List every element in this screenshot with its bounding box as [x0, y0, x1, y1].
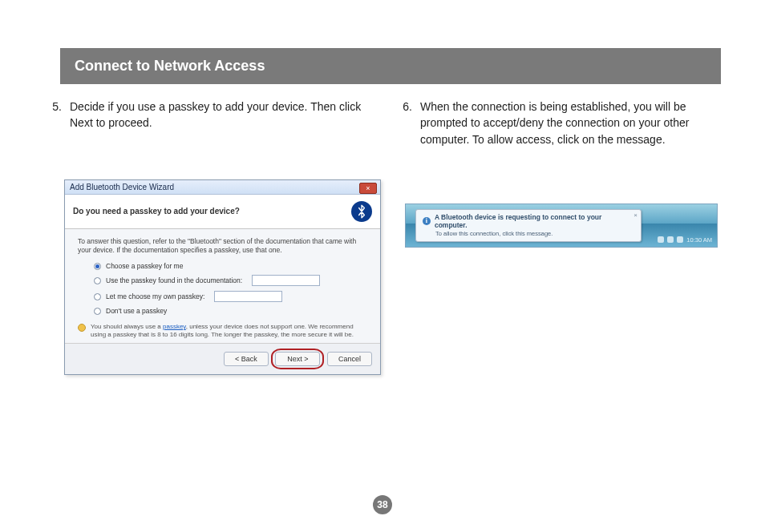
close-icon[interactable]: ×: [633, 212, 638, 219]
step-text: When the connection is being established…: [420, 99, 721, 147]
info-icon: [78, 324, 86, 332]
section-header: Connect to Network Access: [60, 48, 721, 84]
radio-icon: [94, 293, 101, 300]
option-choose-own[interactable]: Let me choose my own passkey:: [94, 291, 367, 302]
taskbar-notification: i A Bluetooth device is requesting to co…: [405, 204, 718, 248]
balloon-title-row: i A Bluetooth device is requesting to co…: [423, 213, 634, 229]
step-number: 6.: [395, 99, 412, 147]
toast-figure: i A Bluetooth device is requesting to co…: [405, 179, 721, 248]
clock-text: 10:30 AM: [686, 236, 712, 244]
window-title: Add Bluetooth Device Wizard: [70, 183, 174, 191]
wizard-note: You should always use a passkey, unless …: [78, 323, 367, 338]
balloon-title: A Bluetooth device is requesting to conn…: [435, 213, 634, 229]
page-number: 38: [377, 499, 387, 510]
option-label: Choose a passkey for me: [106, 262, 183, 270]
passkey-link[interactable]: passkey: [163, 323, 186, 330]
option-no-passkey[interactable]: Don't use a passkey: [94, 307, 367, 315]
wizard-info-text: To answer this question, refer to the "B…: [78, 237, 367, 254]
tray-icon[interactable]: [658, 236, 664, 243]
wizard-header: Do you need a passkey to add your device…: [65, 195, 380, 229]
figure-row: Add Bluetooth Device Wizard × Do you nee…: [44, 179, 721, 375]
option-use-documentation[interactable]: Use the passkey found in the documentati…: [94, 275, 367, 286]
next-button[interactable]: Next >: [275, 352, 320, 366]
cancel-button[interactable]: Cancel: [327, 352, 372, 366]
column-left: 5. Decide if you use a passkey to add yo…: [44, 99, 370, 147]
next-button-label: Next >: [287, 355, 308, 363]
radio-icon: [94, 263, 101, 270]
passkey-doc-field[interactable]: [252, 275, 320, 286]
page-number-badge: 38: [373, 495, 392, 514]
radio-icon: [94, 308, 101, 315]
close-icon[interactable]: ×: [359, 183, 377, 194]
option-label: Let me choose my own passkey:: [106, 292, 204, 300]
bluetooth-wizard-dialog: Add Bluetooth Device Wizard × Do you nee…: [64, 179, 381, 375]
system-tray: 10:30 AM: [658, 236, 712, 244]
option-label: Use the passkey found in the documentati…: [106, 276, 242, 284]
wizard-heading: Do you need a passkey to add your device…: [73, 207, 345, 216]
option-label: Don't use a passkey: [106, 307, 167, 315]
tray-icon[interactable]: [667, 236, 674, 243]
back-button[interactable]: < Back: [224, 352, 269, 366]
column-right: 6. When the connection is being establis…: [395, 99, 721, 147]
instruction-columns: 5. Decide if you use a passkey to add yo…: [44, 99, 721, 147]
passkey-own-field[interactable]: [214, 291, 282, 302]
window-titlebar: Add Bluetooth Device Wizard ×: [65, 180, 380, 195]
tray-icon[interactable]: [677, 236, 683, 243]
info-icon: i: [423, 217, 431, 225]
balloon-tooltip[interactable]: i A Bluetooth device is requesting to co…: [415, 209, 642, 242]
note-text: You should always use a passkey, unless …: [91, 323, 367, 338]
balloon-subtext: To allow this connection, click this mes…: [435, 230, 634, 237]
bluetooth-icon: [351, 201, 372, 222]
step-6: 6. When the connection is being establis…: [395, 99, 721, 147]
option-choose-for-me[interactable]: Choose a passkey for me: [94, 262, 367, 270]
step-text: Decide if you use a passkey to add your …: [70, 99, 370, 131]
radio-icon: [94, 277, 101, 284]
wizard-buttons: < Back Next > Cancel: [65, 343, 380, 374]
passkey-options: Choose a passkey for me Use the passkey …: [78, 262, 367, 315]
section-title: Connect to Network Access: [75, 58, 265, 74]
step-number: 5.: [44, 99, 62, 131]
note-pre: You should always use a: [91, 323, 163, 330]
step-5: 5. Decide if you use a passkey to add yo…: [44, 99, 370, 131]
wizard-body: To answer this question, refer to the "B…: [65, 229, 380, 343]
